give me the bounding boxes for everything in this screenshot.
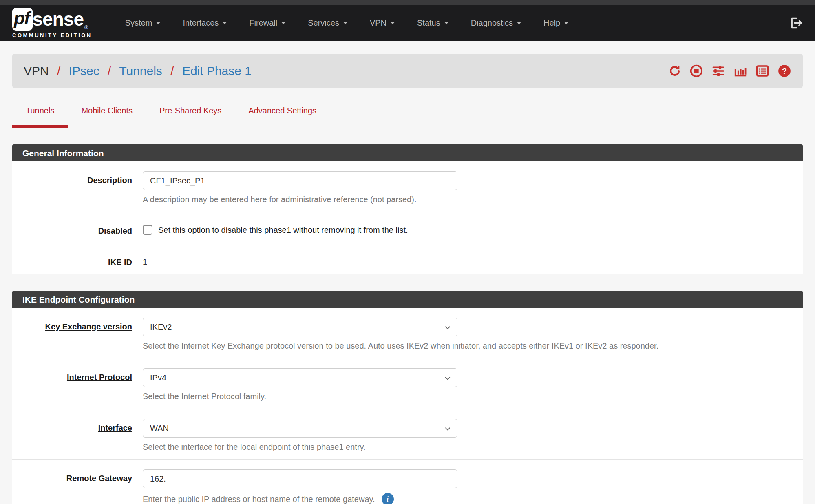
question-circle-icon[interactable]: ? <box>777 64 791 78</box>
sliders-icon[interactable] <box>711 64 725 78</box>
chevron-down-icon <box>281 22 286 24</box>
list-icon[interactable] <box>755 64 769 78</box>
general-panel: Description A description may be entered… <box>12 161 803 274</box>
menu-system[interactable]: System <box>114 18 172 28</box>
internet-protocol-help: Select the Internet Protocol family. <box>143 392 803 401</box>
chevron-down-icon <box>517 22 521 24</box>
description-label: Description <box>12 171 143 204</box>
remote-gateway-help: Enter the public IP address or host name… <box>143 493 803 504</box>
tab-advanced-settings[interactable]: Advanced Settings <box>235 106 330 128</box>
section-title-ike-endpoint: IKE Endpoint Configuration <box>12 291 803 308</box>
ike-endpoint-panel: Key Exchange version IKEv2 Select the In… <box>12 308 803 504</box>
interface-label: Interface <box>12 419 143 452</box>
bar-chart-icon[interactable] <box>733 64 747 78</box>
svg-text:?: ? <box>782 66 787 75</box>
chevron-down-icon <box>222 22 227 24</box>
breadcrumb-link-ipsec[interactable]: IPsec <box>69 64 99 77</box>
navbar: pf sense ® COMMUNITY EDITION System Inte… <box>0 5 815 41</box>
remote-gateway-input[interactable] <box>143 469 457 488</box>
chevron-down-icon <box>444 425 451 434</box>
tab-pre-shared-keys[interactable]: Pre-Shared Keys <box>146 106 235 128</box>
info-icon[interactable]: i <box>382 493 394 504</box>
description-help: A description may be entered here for ad… <box>143 195 803 204</box>
breadcrumb-root: VPN <box>24 64 49 77</box>
interface-help: Select the interface for the local endpo… <box>143 442 803 452</box>
ike-id-label: IKE ID <box>12 253 143 267</box>
disabled-checkbox-label[interactable]: Set this option to disable this phase1 w… <box>158 225 408 235</box>
interface-row: Interface WAN Select the interface for t… <box>12 409 803 460</box>
stop-circle-icon[interactable] <box>689 64 703 78</box>
key-exchange-help: Select the Internet Key Exchange protoco… <box>143 341 803 351</box>
chevron-down-icon <box>444 22 449 24</box>
menu-interfaces[interactable]: Interfaces <box>172 18 238 28</box>
breadcrumb-bar: VPN / IPsec / Tunnels / Edit Phase 1 <box>12 54 803 88</box>
main-menu: System Interfaces Firewall Services VPN … <box>114 18 580 28</box>
menu-help[interactable]: Help <box>532 18 580 28</box>
top-strip <box>0 0 815 5</box>
ike-id-value: 1 <box>143 253 803 267</box>
menu-vpn[interactable]: VPN <box>359 18 406 28</box>
sign-out-icon[interactable] <box>789 16 803 30</box>
chevron-down-icon <box>564 22 569 24</box>
tab-bar: Tunnels Mobile Clients Pre-Shared Keys A… <box>12 106 803 128</box>
menu-services[interactable]: Services <box>297 18 359 28</box>
breadcrumb-link-tunnels[interactable]: Tunnels <box>119 64 162 77</box>
pf-logo-badge: pf <box>12 8 33 31</box>
description-row: Description A description may be entered… <box>12 161 803 212</box>
chevron-down-icon <box>390 22 395 24</box>
key-exchange-row: Key Exchange version IKEv2 Select the In… <box>12 308 803 358</box>
chevron-down-icon <box>156 22 161 24</box>
description-input[interactable] <box>143 171 457 190</box>
registered-mark: ® <box>84 24 88 31</box>
tab-mobile-clients[interactable]: Mobile Clients <box>68 106 146 128</box>
chevron-down-icon <box>444 374 451 384</box>
remote-gateway-row: Remote Gateway Enter the public IP addre… <box>12 460 803 504</box>
tab-tunnels[interactable]: Tunnels <box>12 106 68 128</box>
breadcrumb-toolbar: ? <box>668 64 791 78</box>
key-exchange-select[interactable]: IKEv2 <box>143 318 457 336</box>
internet-protocol-select[interactable]: IPv4 <box>143 368 457 387</box>
internet-protocol-label: Internet Protocol <box>12 368 143 401</box>
key-exchange-label: Key Exchange version <box>12 318 143 351</box>
remote-gateway-label: Remote Gateway <box>12 469 143 504</box>
menu-diagnostics[interactable]: Diagnostics <box>460 18 532 28</box>
chevron-down-icon <box>444 324 451 333</box>
breadcrumb-current[interactable]: Edit Phase 1 <box>182 64 252 77</box>
chevron-down-icon <box>343 22 348 24</box>
disabled-label: Disabled <box>12 222 143 236</box>
menu-firewall[interactable]: Firewall <box>238 18 297 28</box>
logo-text: sense <box>33 10 84 29</box>
section-title-general: General Information <box>12 144 803 161</box>
disabled-checkbox[interactable] <box>143 225 152 235</box>
interface-select[interactable]: WAN <box>143 419 457 438</box>
ike-id-row: IKE ID 1 <box>12 243 803 274</box>
logo-subtitle: COMMUNITY EDITION <box>12 32 92 38</box>
refresh-icon[interactable] <box>668 64 681 77</box>
disabled-row: Disabled Set this option to disable this… <box>12 212 803 243</box>
internet-protocol-row: Internet Protocol IPv4 Select the Intern… <box>12 358 803 409</box>
pfsense-logo[interactable]: pf sense ® COMMUNITY EDITION <box>12 8 92 38</box>
menu-status[interactable]: Status <box>406 18 460 28</box>
breadcrumb: VPN / IPsec / Tunnels / Edit Phase 1 <box>24 64 252 78</box>
